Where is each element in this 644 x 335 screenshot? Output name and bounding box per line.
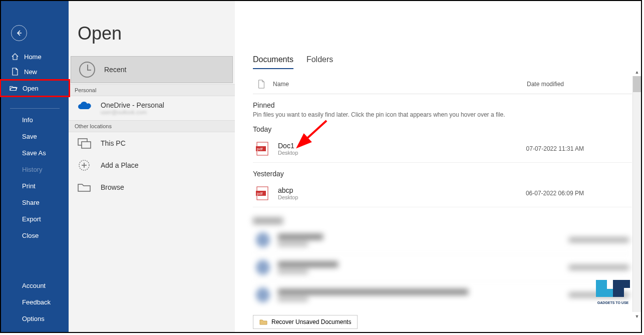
nav-label: Open [23, 85, 39, 92]
page-title: Open [78, 23, 235, 44]
nav-label: New [24, 68, 37, 76]
nav-close[interactable]: Close [1, 227, 69, 244]
file-icon [256, 80, 267, 89]
column-name[interactable]: Name [273, 81, 527, 88]
pinned-hint: Pin files you want to easily find later.… [253, 111, 632, 118]
location-label: Add a Place [101, 161, 139, 169]
nav-home[interactable]: Home [1, 49, 69, 64]
onedrive-email: user@outlook.com [101, 109, 164, 115]
nav-export[interactable]: Export [1, 211, 69, 227]
file-row-blurred [253, 226, 632, 254]
file-name: abcp [278, 186, 298, 194]
backstage-sidebar: Home New Open Info Save Save As History … [1, 1, 69, 332]
clock-icon [79, 62, 95, 78]
home-icon [11, 53, 19, 61]
file-date: 06-07-2022 06:09 PM [526, 190, 629, 197]
nav-new[interactable]: New [1, 64, 69, 79]
nav-feedback[interactable]: Feedback [1, 294, 69, 310]
section-other: Other locations [69, 120, 235, 132]
nav-label: Home [24, 53, 42, 61]
nav-print[interactable]: Print [1, 178, 69, 194]
file-date: 07-07-2022 11:31 AM [526, 145, 629, 152]
file-name: Doc1 [278, 142, 298, 150]
svg-text:pdf: pdf [257, 147, 263, 151]
file-tabs: Documents Folders [253, 55, 632, 70]
group-today: Today [253, 125, 632, 133]
pdf-icon: pdf [256, 186, 270, 201]
svg-text:GADGETS TO USE: GADGETS TO USE [597, 301, 629, 304]
scrollbar-thumb[interactable] [633, 76, 641, 92]
file-list-panel: Documents Folders Name Date modified Pin… [235, 1, 641, 332]
scrollbar[interactable]: ▲ ▼ [632, 76, 641, 312]
svg-rect-20 [619, 280, 630, 288]
tab-documents[interactable]: Documents [253, 55, 293, 69]
file-row[interactable]: pdf Doc1 Desktop 07-07-2022 11:31 AM [253, 135, 632, 163]
open-folder-icon [10, 84, 18, 92]
nav-options[interactable]: Options [1, 310, 69, 327]
nav-save-as[interactable]: Save As [1, 145, 69, 161]
file-row-blurred [253, 254, 632, 281]
add-place-icon [77, 159, 92, 171]
location-label: This PC [101, 139, 126, 147]
group-pinned: Pinned [253, 101, 632, 109]
nav-account[interactable]: Account [1, 277, 69, 294]
svg-text:pdf: pdf [257, 191, 263, 196]
file-row[interactable]: pdf abcp Desktop 06-07-2022 06:09 PM [253, 180, 632, 207]
this-pc-icon [77, 137, 92, 149]
file-location: Desktop [278, 194, 298, 200]
new-doc-icon [11, 68, 19, 76]
back-arrow-icon [16, 30, 23, 37]
watermark-logo: GADGETS TO USE [593, 277, 633, 307]
column-date[interactable]: Date modified [527, 81, 632, 88]
group-yesterday: Yesterday [253, 170, 632, 178]
location-label: Browse [101, 183, 124, 191]
locations-panel: Open Recent Personal OneDrive - Personal… [69, 1, 235, 332]
nav-info[interactable]: Info [1, 112, 69, 128]
pdf-icon: pdf [256, 141, 270, 156]
nav-open[interactable]: Open [0, 79, 70, 97]
location-label: Recent [104, 66, 126, 74]
group-blurred [253, 217, 283, 224]
location-browse[interactable]: Browse [69, 176, 235, 198]
section-personal: Personal [69, 84, 235, 96]
column-headers: Name Date modified [253, 75, 632, 94]
scroll-up-icon[interactable]: ▲ [633, 68, 641, 76]
file-location: Desktop [278, 150, 298, 156]
recover-label: Recover Unsaved Documents [271, 318, 351, 325]
svg-rect-8 [82, 142, 91, 148]
onedrive-icon [77, 101, 92, 111]
back-button[interactable] [11, 25, 27, 41]
location-this-pc[interactable]: This PC [69, 132, 235, 154]
tab-folders[interactable]: Folders [306, 55, 333, 69]
location-add-place[interactable]: Add a Place [69, 154, 235, 176]
scroll-down-icon[interactable]: ▼ [633, 312, 641, 320]
nav-save[interactable]: Save [1, 128, 69, 145]
recover-unsaved-button[interactable]: Recover Unsaved Documents [253, 315, 358, 329]
file-row-blurred [253, 281, 632, 308]
nav-history: History [1, 161, 69, 178]
folder-icon [259, 318, 267, 325]
location-label: OneDrive - Personal [101, 101, 164, 109]
nav-share[interactable]: Share [1, 194, 69, 211]
browse-folder-icon [77, 181, 92, 193]
location-onedrive[interactable]: OneDrive - Personal user@outlook.com [69, 96, 235, 120]
location-recent[interactable]: Recent [71, 56, 233, 83]
